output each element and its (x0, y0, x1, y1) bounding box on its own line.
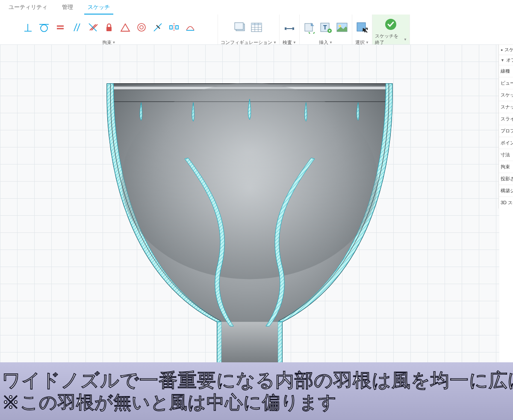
palette-item-11[interactable]: 3D スケ (499, 197, 513, 209)
subtitle-overlay: ワイドノズルで一番重要になる内部の羽根は風を均一に広げます ※この羽根が無いと風… (0, 362, 513, 420)
config-group: コンフィギュレーション▼ (218, 15, 280, 47)
svg-point-3 (140, 26, 143, 29)
palette-item-6[interactable]: ポイント (499, 137, 513, 149)
checkmark-icon (384, 18, 398, 31)
not-equal-icon[interactable] (86, 20, 100, 35)
svg-point-2 (138, 23, 145, 31)
chevron-down-icon: ▼ (112, 41, 116, 44)
palette-item-1[interactable]: ビュー正 (499, 77, 513, 89)
subtitle-line-2: ※この羽根が無いと風は中心に偏ります (2, 392, 511, 413)
select-group: 選択▼ (352, 15, 372, 47)
equal-icon[interactable] (53, 20, 68, 35)
sketch-palette: ●スケ ▼オプ 線種ビュー正スケッチスナップスライスプロファポイント寸法拘束投影… (498, 44, 513, 209)
insert-image-icon[interactable] (335, 20, 349, 35)
svg-text:T: T (323, 24, 327, 31)
lock-icon[interactable] (102, 20, 116, 35)
palette-item-0[interactable]: 線種 (499, 65, 513, 77)
palette-header1-text: スケ (504, 47, 513, 53)
palette-item-8[interactable]: 拘束 (499, 161, 513, 173)
measure-icon[interactable] (282, 20, 297, 35)
chevron-down-icon: ▼ (366, 41, 369, 44)
palette-item-5[interactable]: プロファ (499, 125, 513, 137)
parallel-icon[interactable] (69, 20, 84, 35)
chevron-down-icon: ▼ (404, 38, 407, 41)
insert-group: T 挿入▼ (300, 15, 352, 47)
chevron-down-icon: ▼ (329, 41, 333, 44)
bullet-icon: ● (501, 48, 503, 52)
chevron-down-icon: ▼ (293, 41, 296, 44)
chevron-down-icon: ▼ (273, 41, 277, 44)
main-tabs: ユーティリティ 管理 スケッチ (0, 0, 513, 15)
curvature-icon[interactable] (183, 20, 198, 35)
palette-header-sketch[interactable]: ●スケ (499, 44, 513, 55)
triangle-icon[interactable] (118, 20, 133, 35)
coincident-icon[interactable] (150, 20, 165, 35)
svg-point-0 (41, 25, 47, 32)
perpendicular-icon[interactable] (21, 20, 35, 35)
palette-item-2[interactable]: スケッチ (499, 89, 513, 101)
svg-rect-1 (106, 27, 112, 31)
svg-rect-5 (176, 26, 178, 29)
ribbon-toolbar: 拘束▼ コンフィギュレーション▼ 検査▼ T 挿入▼ 選択▼ (0, 15, 513, 48)
insert-text-icon[interactable]: T (318, 20, 333, 35)
palette-header2-text: オプ (506, 57, 513, 63)
svg-rect-7 (235, 23, 243, 29)
config-block-icon[interactable] (233, 20, 248, 35)
symmetry-icon[interactable] (167, 20, 181, 35)
palette-header-options[interactable]: ▼オプ (499, 55, 513, 65)
config-table-icon[interactable] (249, 20, 264, 35)
palette-item-3[interactable]: スナップ (499, 101, 513, 113)
svg-rect-9 (251, 23, 262, 25)
finish-sketch-button[interactable]: スケッチを終了▼ (372, 15, 410, 47)
palette-item-10[interactable]: 構築ジ (499, 185, 513, 197)
constraint-group: 拘束▼ (0, 15, 218, 47)
tab-manage[interactable]: 管理 (59, 2, 77, 15)
palette-item-7[interactable]: 寸法 (499, 149, 513, 161)
subtitle-line-1: ワイドノズルで一番重要になる内部の羽根は風を均一に広げます (2, 370, 511, 391)
tangent-icon[interactable] (37, 20, 51, 35)
insert-derive-icon[interactable] (302, 20, 317, 35)
tab-utility[interactable]: ユーティリティ (5, 2, 51, 15)
inspect-group: 検査▼ (280, 15, 300, 47)
select-icon[interactable] (355, 20, 369, 35)
svg-rect-4 (170, 26, 172, 29)
concentric-icon[interactable] (134, 20, 149, 35)
palette-item-4[interactable]: スライス (499, 113, 513, 125)
tab-sketch[interactable]: スケッチ (84, 2, 113, 15)
palette-item-9[interactable]: 投影さ (499, 173, 513, 185)
chevron-down-icon: ▼ (501, 58, 504, 62)
finish-label-text: スケッチを終了 (375, 33, 403, 46)
